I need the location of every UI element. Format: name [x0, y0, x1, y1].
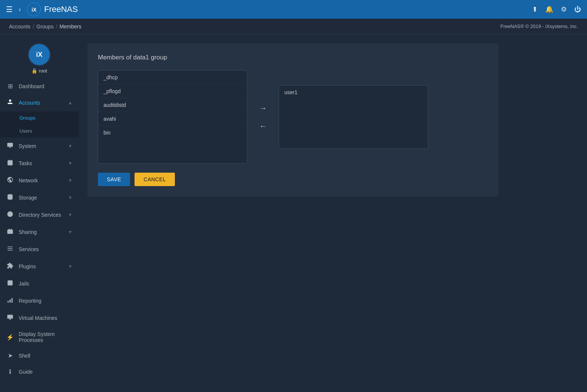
members-layout: _dhcp _pflogd auditdistd avahi bin → ← u…	[98, 70, 488, 164]
sidebar-label-services: Services	[19, 246, 72, 252]
storage-icon	[6, 194, 14, 202]
guide-icon: ℹ	[6, 368, 14, 375]
list-item-auditdistd[interactable]: auditdistd	[98, 98, 247, 112]
sidebar-label-network: Network	[19, 178, 64, 183]
groups-label: Groups	[19, 115, 35, 121]
settings-icon[interactable]: ⚙	[561, 5, 567, 13]
svg-rect-3	[7, 143, 13, 147]
directory-services-arrow-icon: ▼	[68, 212, 72, 217]
sidebar-label-guide: Guide	[19, 369, 72, 375]
selected-users-list[interactable]: user1	[279, 85, 428, 149]
sidebar-item-groups[interactable]: Groups	[0, 111, 78, 124]
sidebar-item-directory-services[interactable]: Directory Services ▼	[0, 206, 78, 223]
sidebar-item-services[interactable]: Services	[0, 241, 78, 258]
sidebar-label-shell: Shell	[19, 353, 72, 359]
breadcrumb-accounts[interactable]: Accounts	[9, 24, 31, 30]
breadcrumb: Accounts / Groups / Members	[9, 24, 81, 30]
breadcrumb-sep-1: /	[33, 24, 34, 30]
plugins-arrow-icon: ▼	[68, 264, 72, 269]
card-title: Members of data1 group	[98, 54, 488, 61]
sidebar-label-accounts: Accounts	[19, 100, 64, 106]
reporting-icon	[6, 297, 14, 305]
svg-rect-20	[7, 315, 13, 319]
breadcrumb-groups[interactable]: Groups	[36, 24, 53, 30]
sidebar-item-jails[interactable]: Jails	[0, 275, 78, 292]
username: root	[39, 68, 47, 74]
notifications-icon[interactable]: 🔔	[545, 5, 553, 13]
sidebar-item-accounts[interactable]: Accounts ▲	[0, 94, 78, 111]
sidebar-item-system[interactable]: System ▼	[0, 138, 78, 155]
user-name: 🔒 root	[31, 68, 47, 74]
sidebar-label-sharing: Sharing	[19, 229, 64, 235]
brand-text: FreeNAS® © 2019 - iXsystems, Inc.	[500, 24, 578, 29]
storage-arrow-icon: ▼	[68, 195, 72, 200]
list-item-user1[interactable]: user1	[279, 86, 428, 99]
directory-services-icon	[6, 211, 14, 219]
cancel-button[interactable]: CANCEL	[135, 173, 175, 186]
sharing-icon	[6, 228, 14, 236]
sidebar-label-plugins: Plugins	[19, 263, 64, 269]
sidebar-label-directory-services: Directory Services	[19, 212, 64, 218]
system-icon	[6, 142, 14, 150]
sidebar-label-system: System	[19, 143, 64, 149]
sharing-arrow-icon: ▼	[68, 229, 72, 235]
sidebar-item-shell[interactable]: ➤ Shell	[0, 348, 78, 364]
avatar: iX	[28, 43, 50, 66]
sidebar-item-label: Dashboard	[19, 83, 72, 89]
sidebar-item-storage[interactable]: Storage ▼	[0, 189, 78, 206]
services-icon	[6, 245, 14, 253]
logo-icon: iX	[27, 2, 41, 16]
topbar-left: ☰ ‹ iX FreeNAS	[6, 2, 78, 16]
breadcrumb-sep-2: /	[56, 24, 57, 30]
system-arrow-icon: ▼	[68, 143, 72, 149]
sidebar-item-tasks[interactable]: Tasks ▼	[0, 155, 78, 172]
logo-text: FreeNAS	[44, 4, 78, 14]
accounts-arrow-icon: ▲	[68, 100, 72, 105]
sidebar-item-display-system-processes[interactable]: ⚡ Display System Processes	[0, 327, 78, 348]
sidebar-item-users[interactable]: Users	[0, 124, 78, 138]
sidebar-item-sharing[interactable]: Sharing ▼	[0, 223, 78, 241]
svg-rect-18	[10, 300, 11, 303]
svg-rect-17	[7, 301, 9, 303]
sidebar-label-virtual-machines: Virtual Machines	[19, 315, 72, 321]
back-icon[interactable]: ‹	[19, 6, 21, 13]
move-left-button[interactable]: ←	[256, 119, 270, 133]
move-right-button[interactable]: →	[256, 101, 270, 115]
sidebar-label-reporting: Reporting	[19, 298, 72, 304]
svg-rect-4	[7, 160, 13, 166]
hamburger-menu-icon[interactable]: ☰	[6, 5, 13, 14]
user-area: iX 🔒 root	[0, 37, 78, 78]
sidebar-item-plugins[interactable]: Plugins ▼	[0, 258, 78, 275]
sidebar-item-guide[interactable]: ℹ Guide	[0, 364, 78, 380]
sidebar-item-reporting[interactable]: Reporting	[0, 292, 78, 309]
logo[interactable]: iX FreeNAS	[27, 2, 78, 16]
list-item-avahi[interactable]: avahi	[98, 112, 247, 126]
shell-icon: ➤	[6, 352, 14, 359]
sidebar-label-jails: Jails	[19, 281, 72, 287]
sidebar-item-virtual-machines[interactable]: Virtual Machines	[0, 309, 78, 327]
users-label: Users	[19, 128, 32, 134]
list-item-dhcp[interactable]: _dhcp	[98, 71, 247, 84]
button-row: SAVE CANCEL	[98, 173, 488, 186]
tasks-arrow-icon: ▼	[68, 161, 72, 166]
sidebar-item-dashboard[interactable]: ⊞ Dashboard	[0, 78, 78, 94]
jails-icon	[6, 280, 14, 288]
network-arrow-icon: ▼	[68, 178, 72, 183]
list-item-pflogd[interactable]: _pflogd	[98, 84, 247, 98]
list-item-bin[interactable]: bin	[98, 126, 247, 139]
sidebar-item-network[interactable]: Network ▼	[0, 172, 78, 189]
sidebar: iX 🔒 root ⊞ Dashboard Accounts ▲ Groups …	[0, 34, 78, 392]
sidebar-label-storage: Storage	[19, 195, 64, 201]
display-system-processes-icon: ⚡	[6, 334, 14, 341]
save-button[interactable]: SAVE	[98, 173, 130, 186]
sidebar-label-tasks: Tasks	[19, 160, 64, 166]
power-icon[interactable]: ⏻	[574, 6, 581, 13]
virtual-machines-icon	[6, 314, 14, 322]
lock-icon: 🔒	[31, 68, 37, 74]
upload-icon[interactable]: ⬆	[532, 5, 538, 13]
available-users-list[interactable]: _dhcp _pflogd auditdistd avahi bin	[98, 70, 247, 164]
sidebar-label-display-system-processes: Display System Processes	[19, 331, 72, 343]
avatar-inner: iX	[29, 44, 50, 65]
svg-point-2	[9, 99, 11, 102]
main-layout: iX 🔒 root ⊞ Dashboard Accounts ▲ Groups …	[0, 34, 587, 392]
